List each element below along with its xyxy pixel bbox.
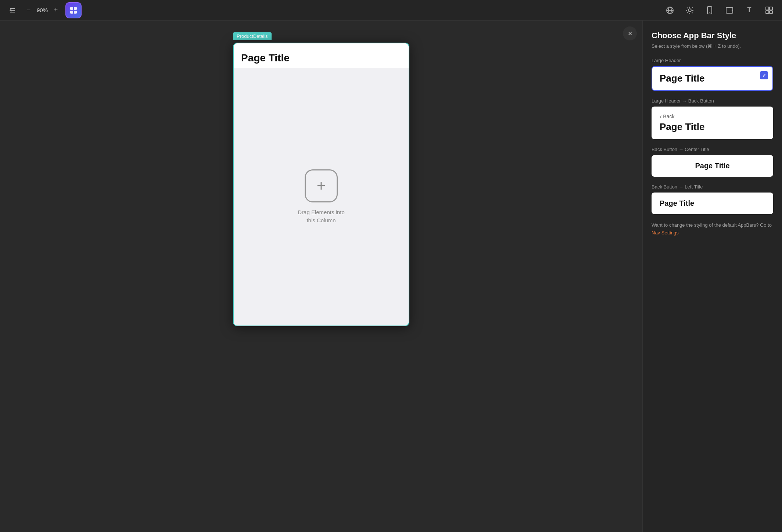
zoom-in-button[interactable]: + bbox=[51, 5, 61, 15]
grid-icon bbox=[765, 6, 773, 14]
style-card-back-left[interactable]: Page Title bbox=[652, 193, 773, 214]
text-tool-icon: T bbox=[747, 6, 751, 14]
globe-button[interactable] bbox=[663, 3, 677, 17]
svg-marker-3 bbox=[10, 8, 11, 12]
svg-rect-27 bbox=[770, 11, 772, 14]
svg-rect-6 bbox=[70, 11, 73, 14]
panel-scroll-content: Choose App Bar Style Select a style from… bbox=[643, 21, 782, 532]
footer-text-before-link: Want to change the styling of the defaul… bbox=[652, 222, 772, 228]
product-details-tag: ProductDetails bbox=[233, 32, 272, 40]
style-option-large-header-back[interactable]: Large Header → Back Button ‹ Back Page T… bbox=[652, 98, 773, 139]
footer-text: Want to change the styling of the defaul… bbox=[652, 222, 773, 237]
svg-line-16 bbox=[687, 7, 688, 8]
zoom-control: − 90% + bbox=[24, 5, 61, 15]
close-panel-button[interactable]: ✕ bbox=[623, 26, 637, 40]
svg-rect-5 bbox=[74, 7, 77, 10]
toolbar-right: T bbox=[663, 3, 776, 17]
panel-title: Choose App Bar Style bbox=[652, 31, 773, 40]
mobile-preview-button[interactable] bbox=[703, 3, 717, 17]
svg-rect-26 bbox=[766, 11, 769, 14]
close-icon: ✕ bbox=[628, 30, 632, 37]
toolbar: − 90% + bbox=[0, 0, 782, 21]
collapse-sidebar-button[interactable] bbox=[6, 4, 19, 17]
panel-subtitle: Select a style from below (⌘ + Z to undo… bbox=[652, 43, 773, 49]
selected-checkmark: ✓ bbox=[760, 71, 768, 79]
style-option-back-center[interactable]: Back Button → Center Title Page Title bbox=[652, 147, 773, 177]
tablet-icon bbox=[725, 6, 733, 14]
drag-text: Drag Elements into this Column bbox=[298, 208, 345, 225]
svg-rect-25 bbox=[770, 7, 772, 10]
theme-button[interactable] bbox=[683, 3, 697, 17]
style-option-back-left[interactable]: Back Button → Left Title Page Title bbox=[652, 184, 773, 214]
style-card-0-title: Page Title bbox=[660, 73, 765, 84]
svg-line-18 bbox=[687, 12, 688, 13]
plus-icon: + bbox=[317, 178, 326, 194]
canvas-area: ProductDetails Page Title + Drag Element… bbox=[0, 21, 642, 532]
grid-tool-button[interactable] bbox=[762, 3, 776, 17]
phone-frame[interactable]: Page Title + Drag Elements into this Col… bbox=[233, 43, 409, 326]
svg-rect-2 bbox=[10, 12, 15, 12]
style-card-2-title: Page Title bbox=[660, 162, 765, 170]
svg-rect-24 bbox=[766, 7, 769, 10]
check-icon: ✓ bbox=[762, 73, 766, 78]
text-tool-button[interactable]: T bbox=[742, 3, 756, 17]
add-element-icon: + bbox=[305, 169, 338, 202]
style-card-large-header[interactable]: ✓ Page Title bbox=[652, 66, 773, 91]
phone-page-title: Page Title bbox=[241, 52, 401, 64]
globe-icon bbox=[666, 6, 674, 15]
svg-rect-4 bbox=[70, 7, 73, 10]
svg-line-17 bbox=[692, 12, 693, 13]
components-icon bbox=[69, 6, 78, 15]
zoom-level-display: 90% bbox=[37, 7, 48, 13]
tablet-preview-button[interactable] bbox=[722, 3, 736, 17]
nav-settings-link[interactable]: Nav Settings bbox=[652, 230, 679, 236]
style-card-1-title: Page Title bbox=[660, 121, 765, 133]
style-card-back-center[interactable]: Page Title bbox=[652, 155, 773, 177]
phone-frame-wrapper: ProductDetails Page Title + Drag Element… bbox=[233, 43, 409, 326]
phone-content[interactable]: + Drag Elements into this Column bbox=[234, 68, 409, 326]
style-option-large-header[interactable]: Large Header ✓ Page Title bbox=[652, 58, 773, 91]
style-option-label-1: Large Header → Back Button bbox=[652, 98, 773, 104]
style-option-label-0: Large Header bbox=[652, 58, 773, 63]
style-option-label-3: Back Button → Left Title bbox=[652, 184, 773, 190]
style-card-3-title: Page Title bbox=[660, 199, 765, 208]
back-label: Back bbox=[663, 114, 674, 119]
phone-header: Page Title bbox=[234, 43, 409, 68]
main-area: ProductDetails Page Title + Drag Element… bbox=[0, 21, 782, 532]
svg-line-19 bbox=[692, 7, 693, 8]
phone-icon bbox=[706, 6, 714, 14]
sun-icon bbox=[685, 6, 694, 15]
svg-point-11 bbox=[688, 9, 691, 12]
svg-rect-0 bbox=[10, 8, 15, 9]
style-option-label-2: Back Button → Center Title bbox=[652, 147, 773, 152]
components-tool-button[interactable] bbox=[65, 2, 82, 18]
choose-app-bar-panel: ✕ Choose App Bar Style Select a style fr… bbox=[642, 21, 782, 532]
svg-rect-7 bbox=[74, 11, 77, 14]
back-button-indicator: ‹ Back bbox=[660, 113, 765, 120]
zoom-out-button[interactable]: − bbox=[24, 5, 34, 15]
back-arrow-icon: ‹ bbox=[660, 113, 661, 120]
style-card-large-header-back[interactable]: ‹ Back Page Title bbox=[652, 107, 773, 139]
toolbar-left: − 90% + bbox=[6, 2, 82, 18]
